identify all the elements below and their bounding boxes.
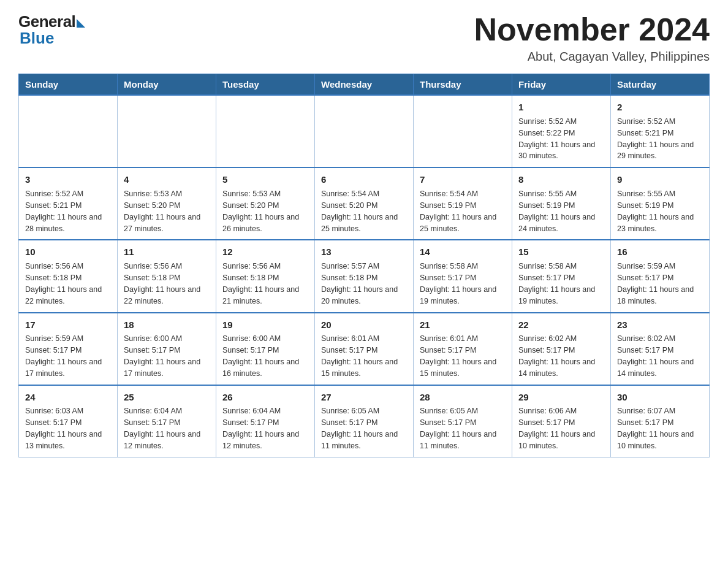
logo-blue-text: Blue (18, 29, 54, 48)
calendar-cell: 26Sunrise: 6:04 AMSunset: 5:17 PMDayligh… (216, 385, 315, 458)
day-number: 18 (124, 318, 210, 332)
day-number: 21 (420, 318, 506, 332)
calendar-week-row: 10Sunrise: 5:56 AMSunset: 5:18 PMDayligh… (19, 240, 710, 312)
calendar-cell: 8Sunrise: 5:55 AMSunset: 5:19 PMDaylight… (512, 167, 611, 240)
calendar-week-row: 24Sunrise: 6:03 AMSunset: 5:17 PMDayligh… (19, 385, 710, 458)
calendar-cell: 29Sunrise: 6:06 AMSunset: 5:17 PMDayligh… (512, 385, 611, 458)
day-sun-info: Sunrise: 6:04 AMSunset: 5:17 PMDaylight:… (124, 407, 200, 450)
calendar-cell (19, 95, 118, 167)
calendar-week-row: 3Sunrise: 5:52 AMSunset: 5:21 PMDaylight… (19, 167, 710, 240)
page-header: General Blue November 2024 Abut, Cagayan… (18, 12, 710, 64)
calendar-cell: 27Sunrise: 6:05 AMSunset: 5:17 PMDayligh… (315, 385, 414, 458)
calendar-cell: 10Sunrise: 5:56 AMSunset: 5:18 PMDayligh… (19, 240, 118, 312)
day-number: 2 (617, 101, 703, 114)
calendar-cell: 14Sunrise: 5:58 AMSunset: 5:17 PMDayligh… (414, 240, 512, 312)
calendar-cell (118, 95, 216, 167)
calendar-header-sunday: Sunday (19, 74, 118, 96)
calendar-cell: 16Sunrise: 5:59 AMSunset: 5:17 PMDayligh… (611, 240, 710, 312)
calendar-cell: 7Sunrise: 5:54 AMSunset: 5:19 PMDaylight… (414, 167, 512, 240)
day-sun-info: Sunrise: 5:54 AMSunset: 5:19 PMDaylight:… (420, 190, 496, 233)
day-sun-info: Sunrise: 5:58 AMSunset: 5:17 PMDaylight:… (518, 262, 595, 305)
calendar-cell: 18Sunrise: 6:00 AMSunset: 5:17 PMDayligh… (118, 313, 216, 385)
day-sun-info: Sunrise: 5:59 AMSunset: 5:17 PMDaylight:… (25, 334, 102, 378)
day-sun-info: Sunrise: 5:55 AMSunset: 5:19 PMDaylight:… (617, 190, 694, 233)
day-sun-info: Sunrise: 6:01 AMSunset: 5:17 PMDaylight:… (321, 334, 398, 378)
calendar-cell: 15Sunrise: 5:58 AMSunset: 5:17 PMDayligh… (512, 240, 611, 312)
day-sun-info: Sunrise: 6:05 AMSunset: 5:17 PMDaylight:… (321, 407, 398, 450)
calendar-header-monday: Monday (118, 74, 216, 96)
day-number: 1 (518, 101, 604, 114)
calendar-header-friday: Friday (512, 74, 611, 96)
day-number: 14 (420, 245, 506, 259)
day-sun-info: Sunrise: 6:05 AMSunset: 5:17 PMDaylight:… (420, 407, 496, 450)
day-number: 16 (617, 245, 703, 259)
day-number: 4 (124, 173, 210, 186)
day-sun-info: Sunrise: 6:03 AMSunset: 5:17 PMDaylight:… (25, 407, 102, 450)
day-number: 22 (518, 318, 604, 332)
day-sun-info: Sunrise: 5:56 AMSunset: 5:18 PMDaylight:… (25, 262, 102, 305)
calendar-week-row: 1Sunrise: 5:52 AMSunset: 5:22 PMDaylight… (19, 95, 710, 167)
day-sun-info: Sunrise: 5:59 AMSunset: 5:17 PMDaylight:… (617, 262, 694, 305)
day-number: 20 (321, 318, 407, 332)
day-sun-info: Sunrise: 6:02 AMSunset: 5:17 PMDaylight:… (518, 334, 595, 378)
calendar-cell: 3Sunrise: 5:52 AMSunset: 5:21 PMDaylight… (19, 167, 118, 240)
day-number: 19 (222, 318, 308, 332)
calendar-cell (216, 95, 315, 167)
logo: General Blue (18, 12, 85, 48)
day-sun-info: Sunrise: 5:58 AMSunset: 5:17 PMDaylight:… (420, 262, 496, 305)
calendar-cell: 23Sunrise: 6:02 AMSunset: 5:17 PMDayligh… (611, 313, 710, 385)
day-number: 25 (124, 391, 210, 404)
calendar-header-row: SundayMondayTuesdayWednesdayThursdayFrid… (19, 74, 710, 96)
day-number: 13 (321, 245, 407, 259)
location-subtitle: Abut, Cagayan Valley, Philippines (474, 50, 710, 64)
day-number: 6 (321, 173, 407, 186)
day-number: 3 (25, 173, 111, 186)
day-number: 17 (25, 318, 111, 332)
calendar-cell: 1Sunrise: 5:52 AMSunset: 5:22 PMDaylight… (512, 95, 611, 167)
day-sun-info: Sunrise: 6:04 AMSunset: 5:17 PMDaylight:… (222, 407, 299, 450)
calendar-cell: 17Sunrise: 5:59 AMSunset: 5:17 PMDayligh… (19, 313, 118, 385)
calendar-cell: 13Sunrise: 5:57 AMSunset: 5:18 PMDayligh… (315, 240, 414, 312)
title-block: November 2024 Abut, Cagayan Valley, Phil… (474, 12, 710, 64)
calendar-cell: 24Sunrise: 6:03 AMSunset: 5:17 PMDayligh… (19, 385, 118, 458)
logo-triangle-icon (77, 19, 85, 28)
calendar-header-wednesday: Wednesday (315, 74, 414, 96)
day-sun-info: Sunrise: 5:52 AMSunset: 5:21 PMDaylight:… (25, 190, 102, 233)
calendar-cell: 19Sunrise: 6:00 AMSunset: 5:17 PMDayligh… (216, 313, 315, 385)
day-number: 5 (222, 173, 308, 186)
calendar-cell: 6Sunrise: 5:54 AMSunset: 5:20 PMDaylight… (315, 167, 414, 240)
day-number: 27 (321, 391, 407, 404)
calendar-cell: 2Sunrise: 5:52 AMSunset: 5:21 PMDaylight… (611, 95, 710, 167)
calendar-cell: 12Sunrise: 5:56 AMSunset: 5:18 PMDayligh… (216, 240, 315, 312)
day-sun-info: Sunrise: 6:07 AMSunset: 5:17 PMDaylight:… (617, 407, 694, 450)
day-sun-info: Sunrise: 5:57 AMSunset: 5:18 PMDaylight:… (321, 262, 398, 305)
day-number: 9 (617, 173, 703, 186)
day-number: 10 (25, 245, 111, 259)
calendar-cell: 25Sunrise: 6:04 AMSunset: 5:17 PMDayligh… (118, 385, 216, 458)
day-sun-info: Sunrise: 5:55 AMSunset: 5:19 PMDaylight:… (518, 190, 595, 233)
calendar-cell: 5Sunrise: 5:53 AMSunset: 5:20 PMDaylight… (216, 167, 315, 240)
calendar-header-saturday: Saturday (611, 74, 710, 96)
day-number: 12 (222, 245, 308, 259)
calendar-cell: 22Sunrise: 6:02 AMSunset: 5:17 PMDayligh… (512, 313, 611, 385)
day-number: 26 (222, 391, 308, 404)
day-sun-info: Sunrise: 5:56 AMSunset: 5:18 PMDaylight:… (124, 262, 200, 305)
calendar-cell (315, 95, 414, 167)
day-number: 29 (518, 391, 604, 404)
day-number: 8 (518, 173, 604, 186)
day-number: 7 (420, 173, 506, 186)
calendar-table: SundayMondayTuesdayWednesdayThursdayFrid… (18, 74, 710, 458)
calendar-cell (414, 95, 512, 167)
day-number: 24 (25, 391, 111, 404)
calendar-cell: 9Sunrise: 5:55 AMSunset: 5:19 PMDaylight… (611, 167, 710, 240)
day-number: 28 (420, 391, 506, 404)
day-sun-info: Sunrise: 5:53 AMSunset: 5:20 PMDaylight:… (222, 190, 299, 233)
calendar-week-row: 17Sunrise: 5:59 AMSunset: 5:17 PMDayligh… (19, 313, 710, 385)
calendar-cell: 30Sunrise: 6:07 AMSunset: 5:17 PMDayligh… (611, 385, 710, 458)
calendar-cell: 28Sunrise: 6:05 AMSunset: 5:17 PMDayligh… (414, 385, 512, 458)
calendar-header-tuesday: Tuesday (216, 74, 315, 96)
day-sun-info: Sunrise: 5:52 AMSunset: 5:22 PMDaylight:… (518, 117, 595, 161)
day-sun-info: Sunrise: 6:00 AMSunset: 5:17 PMDaylight:… (124, 334, 200, 378)
day-sun-info: Sunrise: 5:52 AMSunset: 5:21 PMDaylight:… (617, 117, 694, 161)
calendar-cell: 4Sunrise: 5:53 AMSunset: 5:20 PMDaylight… (118, 167, 216, 240)
